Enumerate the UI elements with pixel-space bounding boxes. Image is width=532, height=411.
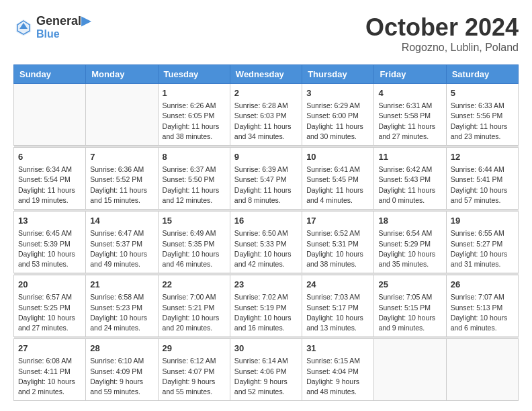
weekday-header-friday: Friday [374, 65, 446, 84]
weekday-header-monday: Monday [86, 65, 158, 84]
day-info: Sunrise: 6:54 AMSunset: 5:29 PMDaylight:… [378, 228, 441, 269]
logo-icon [13, 17, 34, 37]
weekday-header-wednesday: Wednesday [230, 65, 302, 84]
weekday-header-tuesday: Tuesday [158, 65, 230, 84]
day-info: Sunrise: 6:58 AMSunset: 5:23 PMDaylight:… [90, 292, 153, 333]
day-number: 25 [378, 279, 441, 291]
calendar-cell: 16Sunrise: 6:50 AMSunset: 5:33 PMDayligh… [230, 212, 302, 273]
day-info: Sunrise: 6:55 AMSunset: 5:27 PMDaylight:… [451, 228, 514, 269]
day-info: Sunrise: 7:02 AMSunset: 5:19 PMDaylight:… [234, 292, 298, 333]
day-info: Sunrise: 6:57 AMSunset: 5:25 PMDaylight:… [18, 292, 81, 333]
day-number: 19 [451, 215, 514, 227]
day-number: 9 [234, 151, 298, 163]
day-info: Sunrise: 6:31 AMSunset: 5:58 PMDaylight:… [378, 101, 441, 142]
day-info: Sunrise: 6:45 AMSunset: 5:39 PMDaylight:… [18, 228, 81, 269]
calendar-week-3: 13Sunrise: 6:45 AMSunset: 5:39 PMDayligh… [14, 212, 519, 273]
weekday-header-sunday: Sunday [14, 65, 86, 84]
calendar-cell: 31Sunrise: 6:15 AMSunset: 4:04 PMDayligh… [302, 339, 374, 401]
page-header: General▶ Blue October 2024 Rogozno, Lubl… [13, 13, 519, 54]
day-number: 24 [306, 279, 369, 291]
day-info: Sunrise: 6:36 AMSunset: 5:52 PMDaylight:… [90, 165, 153, 205]
day-number: 23 [234, 279, 298, 291]
calendar-cell: 28Sunrise: 6:10 AMSunset: 4:09 PMDayligh… [86, 339, 158, 401]
logo-text: General▶ Blue [36, 13, 91, 40]
day-info: Sunrise: 6:52 AMSunset: 5:31 PMDaylight:… [306, 228, 369, 269]
calendar-week-4: 20Sunrise: 6:57 AMSunset: 5:25 PMDayligh… [14, 275, 519, 337]
day-number: 30 [234, 342, 298, 355]
calendar-cell [86, 84, 158, 146]
day-info: Sunrise: 6:15 AMSunset: 4:04 PMDaylight:… [306, 356, 369, 397]
calendar-cell: 1Sunrise: 6:26 AMSunset: 6:05 PMDaylight… [158, 84, 230, 146]
day-number: 21 [90, 279, 153, 291]
day-number: 1 [163, 87, 226, 99]
day-number: 27 [18, 342, 81, 355]
location: Rogozno, Lublin, Poland [365, 42, 519, 54]
calendar-cell: 12Sunrise: 6:44 AMSunset: 5:41 PMDayligh… [446, 148, 518, 210]
day-number: 5 [451, 87, 514, 99]
calendar-cell [374, 339, 446, 401]
calendar-cell: 18Sunrise: 6:54 AMSunset: 5:29 PMDayligh… [374, 212, 446, 273]
day-number: 18 [378, 215, 441, 227]
calendar-cell: 24Sunrise: 7:03 AMSunset: 5:17 PMDayligh… [302, 275, 374, 337]
calendar-table: SundayMondayTuesdayWednesdayThursdayFrid… [13, 64, 519, 401]
day-info: Sunrise: 6:12 AMSunset: 4:07 PMDaylight:… [163, 356, 226, 397]
calendar-week-1: 1Sunrise: 6:26 AMSunset: 6:05 PMDaylight… [14, 84, 519, 146]
day-number: 17 [306, 215, 369, 227]
title-block: October 2024 Rogozno, Lublin, Poland [365, 13, 519, 54]
day-info: Sunrise: 6:14 AMSunset: 4:06 PMDaylight:… [234, 356, 298, 397]
calendar-header-row: SundayMondayTuesdayWednesdayThursdayFrid… [14, 65, 519, 84]
weekday-header-thursday: Thursday [302, 65, 374, 84]
day-info: Sunrise: 6:10 AMSunset: 4:09 PMDaylight:… [90, 356, 153, 397]
calendar-cell: 14Sunrise: 6:47 AMSunset: 5:37 PMDayligh… [86, 212, 158, 273]
calendar-cell: 20Sunrise: 6:57 AMSunset: 5:25 PMDayligh… [14, 275, 86, 337]
day-info: Sunrise: 6:41 AMSunset: 5:45 PMDaylight:… [306, 165, 369, 205]
calendar-cell: 6Sunrise: 6:34 AMSunset: 5:54 PMDaylight… [14, 148, 86, 210]
calendar-week-5: 27Sunrise: 6:08 AMSunset: 4:11 PMDayligh… [14, 339, 519, 401]
day-number: 29 [163, 342, 226, 355]
day-number: 7 [90, 151, 153, 163]
calendar-cell: 17Sunrise: 6:52 AMSunset: 5:31 PMDayligh… [302, 212, 374, 273]
day-info: Sunrise: 6:47 AMSunset: 5:37 PMDaylight:… [90, 228, 153, 269]
day-number: 28 [90, 342, 153, 355]
calendar-cell: 25Sunrise: 7:05 AMSunset: 5:15 PMDayligh… [374, 275, 446, 337]
day-info: Sunrise: 6:33 AMSunset: 5:56 PMDaylight:… [451, 101, 514, 142]
day-info: Sunrise: 6:49 AMSunset: 5:35 PMDaylight:… [163, 228, 226, 269]
day-number: 14 [90, 215, 153, 227]
day-info: Sunrise: 6:39 AMSunset: 5:47 PMDaylight:… [234, 165, 298, 205]
day-number: 22 [163, 279, 226, 291]
calendar-cell: 29Sunrise: 6:12 AMSunset: 4:07 PMDayligh… [158, 339, 230, 401]
calendar-cell: 13Sunrise: 6:45 AMSunset: 5:39 PMDayligh… [14, 212, 86, 273]
day-info: Sunrise: 7:00 AMSunset: 5:21 PMDaylight:… [163, 292, 226, 333]
day-info: Sunrise: 6:50 AMSunset: 5:33 PMDaylight:… [234, 228, 298, 269]
calendar-cell: 23Sunrise: 7:02 AMSunset: 5:19 PMDayligh… [230, 275, 302, 337]
day-number: 31 [306, 342, 369, 355]
day-info: Sunrise: 6:28 AMSunset: 6:03 PMDaylight:… [234, 101, 298, 142]
calendar-cell: 21Sunrise: 6:58 AMSunset: 5:23 PMDayligh… [86, 275, 158, 337]
calendar-cell: 30Sunrise: 6:14 AMSunset: 4:06 PMDayligh… [230, 339, 302, 401]
day-number: 12 [451, 151, 514, 163]
calendar-cell: 7Sunrise: 6:36 AMSunset: 5:52 PMDaylight… [86, 148, 158, 210]
day-number: 15 [163, 215, 226, 227]
day-number: 3 [306, 87, 369, 99]
day-number: 20 [18, 279, 81, 291]
calendar-cell: 26Sunrise: 7:07 AMSunset: 5:13 PMDayligh… [446, 275, 518, 337]
day-info: Sunrise: 7:07 AMSunset: 5:13 PMDaylight:… [451, 292, 514, 333]
day-info: Sunrise: 6:44 AMSunset: 5:41 PMDaylight:… [451, 165, 514, 205]
calendar-cell [14, 84, 86, 146]
day-info: Sunrise: 6:26 AMSunset: 6:05 PMDaylight:… [163, 101, 226, 142]
calendar-cell: 5Sunrise: 6:33 AMSunset: 5:56 PMDaylight… [446, 84, 518, 146]
calendar-cell: 8Sunrise: 6:37 AMSunset: 5:50 PMDaylight… [158, 148, 230, 210]
logo: General▶ Blue [13, 13, 91, 40]
calendar-cell: 3Sunrise: 6:29 AMSunset: 6:00 PMDaylight… [302, 84, 374, 146]
day-info: Sunrise: 7:05 AMSunset: 5:15 PMDaylight:… [378, 292, 441, 333]
calendar-cell: 27Sunrise: 6:08 AMSunset: 4:11 PMDayligh… [14, 339, 86, 401]
calendar-cell: 4Sunrise: 6:31 AMSunset: 5:58 PMDaylight… [374, 84, 446, 146]
calendar-cell: 11Sunrise: 6:42 AMSunset: 5:43 PMDayligh… [374, 148, 446, 210]
day-number: 26 [451, 279, 514, 291]
day-info: Sunrise: 7:03 AMSunset: 5:17 PMDaylight:… [306, 292, 369, 333]
calendar-cell: 19Sunrise: 6:55 AMSunset: 5:27 PMDayligh… [446, 212, 518, 273]
weekday-header-saturday: Saturday [446, 65, 518, 84]
calendar-cell: 15Sunrise: 6:49 AMSunset: 5:35 PMDayligh… [158, 212, 230, 273]
day-number: 2 [234, 87, 298, 99]
day-info: Sunrise: 6:08 AMSunset: 4:11 PMDaylight:… [18, 356, 81, 397]
